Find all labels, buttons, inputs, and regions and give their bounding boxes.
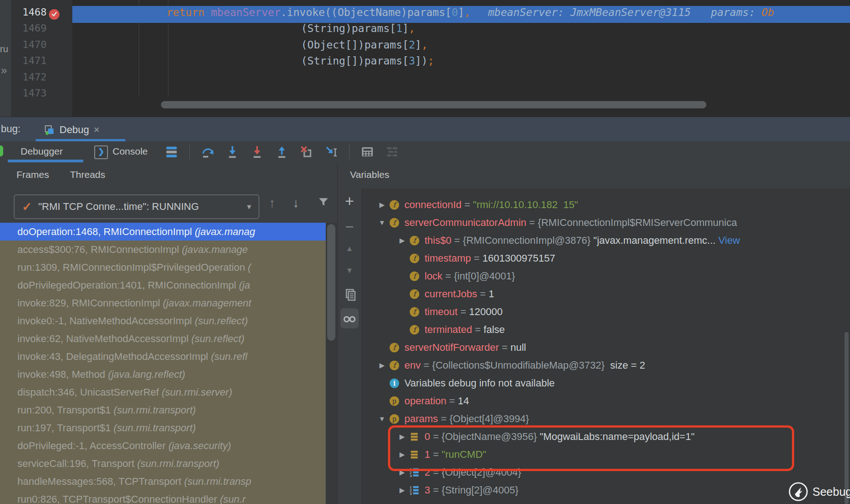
equals-sign: = [452, 235, 463, 247]
variable-row[interactable]: fcurrentJobs = 1 [361, 285, 850, 303]
variable-row[interactable]: iVariables debug info not available [361, 374, 850, 392]
remove-watch-icon[interactable]: − [338, 219, 361, 236]
stack-frame-row[interactable]: invoke:62, NativeMethodAccessorImpl (sun… [0, 330, 326, 348]
stack-frame-row[interactable]: doOperation:1468, RMIConnectionImpl (jav… [0, 223, 326, 241]
variable-name: params [404, 413, 438, 425]
stack-frame-row[interactable]: invoke0:-1, NativeMethodAccessorImpl (su… [0, 312, 326, 330]
breakpoint-icon[interactable] [48, 8, 60, 21]
step-over-icon[interactable] [201, 145, 215, 159]
variable-name: timestamp [425, 252, 471, 264]
tab-frames[interactable]: Frames [16, 169, 49, 180]
line-number: 1467 [16, 0, 47, 6]
chevron-expanded-icon[interactable]: ▼ [375, 415, 389, 423]
stack-frame-row[interactable]: invoke:43, DelegatingMethodAccessorImpl … [0, 348, 326, 365]
field-icon: f [409, 235, 420, 246]
evaluate-expression-icon[interactable] [360, 145, 374, 159]
frames-scrollbar-thumb[interactable] [327, 224, 335, 341]
editor-horizontal-scrollbar[interactable] [161, 101, 706, 108]
chevron-expanded-icon[interactable]: ▼ [375, 219, 389, 226]
code-token: , [421, 39, 428, 51]
chevron-collapsed-icon[interactable]: ▶ [395, 236, 409, 245]
run-to-cursor-icon[interactable] [324, 145, 338, 159]
variable-row[interactable]: fterminated = false [361, 321, 850, 338]
tab-threads[interactable]: Threads [70, 169, 105, 180]
chevron-collapsed-icon[interactable]: ▶ [395, 486, 409, 494]
seebug-watermark: Seebug [788, 481, 850, 502]
tab-debug[interactable]: Debug × [44, 121, 100, 139]
variables-scrollbar-thumb[interactable] [845, 332, 849, 504]
equals-sign: = [420, 359, 432, 371]
stack-frame-row[interactable]: invoke:829, RMIConnectionImpl (javax.man… [0, 294, 326, 312]
add-watch-icon[interactable]: + [338, 192, 361, 210]
variable-value: 120000 [469, 306, 502, 318]
view-options-icon[interactable] [165, 145, 178, 159]
force-step-into-icon[interactable] [250, 145, 264, 159]
tab-console[interactable]: Console [113, 146, 148, 157]
layout-settings-icon[interactable] [385, 145, 399, 159]
variable-row[interactable]: flock = {int[0]@4001} [361, 267, 850, 285]
stack-frame-row[interactable]: run:197, Transport$1 (sun.rmi.transport) [0, 419, 326, 437]
stack-frame-row[interactable]: run0:826, TCPTransport$ConnectionHandler… [0, 490, 326, 504]
frame-package: (ja [239, 279, 250, 291]
variable-value: 1 [489, 288, 494, 300]
stack-frame-row[interactable]: serviceCall:196, Transport (sun.rmi.tran… [0, 455, 326, 472]
variable-row[interactable]: ftimeout = 120000 [361, 303, 850, 321]
close-icon[interactable]: × [94, 124, 100, 136]
toolwindow-title-fragment: bug: [1, 123, 21, 135]
stack-frame-row[interactable]: handleMessages:568, TCPTransport (sun.rm… [0, 472, 326, 490]
frame-up-icon[interactable]: ↑ [269, 196, 275, 210]
variable-row[interactable]: ▼fserverCommunicatorAdmin = {RMIConnecti… [361, 214, 850, 231]
variable-row[interactable]: ▶fenv = {Collections$UnmodifiableMap@373… [361, 356, 850, 374]
frame-location: doOperation:1468, RMIConnectionImpl [17, 226, 195, 237]
stack-frame-row[interactable]: dispatch:346, UnicastServerRef (sun.rmi.… [0, 383, 326, 401]
drop-frame-icon[interactable] [300, 145, 313, 159]
step-into-icon[interactable] [226, 145, 239, 159]
frame-package: (sun.rmi.transport) [137, 458, 220, 469]
move-down-icon[interactable]: ▼ [338, 266, 361, 275]
code-token: 3 [409, 55, 415, 67]
chevron-collapsed-icon[interactable]: ▶ [375, 201, 389, 209]
frame-package: (javax.manage [182, 244, 248, 255]
frame-package: ( [248, 262, 251, 273]
variable-value: 14 [458, 395, 469, 407]
variable-row[interactable]: ▶fconnectionId = "rmi://10.10.10.182 15" [361, 196, 850, 214]
code-token: (String[])params[ [301, 55, 409, 67]
stack-frame-row[interactable]: run:200, Transport$1 (sun.rmi.transport) [0, 401, 326, 419]
line-number: 1471 [16, 55, 47, 71]
inline-debug-hint: mbeanServer: JmxMBeanServer@3115 [488, 6, 691, 18]
info-icon: i [389, 378, 400, 389]
frame-down-icon[interactable]: ↓ [293, 196, 299, 210]
frame-package: (sun.rmi.transport) [113, 422, 196, 434]
filter-frames-icon[interactable] [317, 196, 329, 208]
copy-value-icon[interactable] [338, 288, 361, 304]
variable-row[interactable]: poperation = 14 [361, 392, 850, 410]
stack-frame-row[interactable]: doPrivilegedOperation:1401, RMIConnectio… [0, 276, 326, 294]
variable-row[interactable]: ftimestamp = 1601300975157 [361, 249, 850, 267]
stack-frame-row[interactable]: run:1309, RMIConnectionImpl$PrivilegedOp… [0, 258, 326, 276]
stack-frame-row[interactable]: access$300:76, RMIConnectionImpl (javax.… [0, 241, 326, 258]
show-watches-button[interactable] [340, 308, 359, 328]
move-up-icon[interactable]: ▲ [338, 244, 361, 253]
variable-row[interactable]: fserverNotifForwarder = null [361, 338, 850, 356]
parameter-icon: p [389, 413, 400, 424]
debugger-window: case INVOKE:return mbeanServer.invoke((O… [0, 0, 850, 504]
debug-toolbar: Debugger ❯ Console [0, 141, 850, 163]
thread-selector[interactable]: ✓ "RMI TCP Conne...time": RUNNING ▾ [14, 194, 259, 219]
variable-value: {String[2]@4005} [441, 484, 518, 496]
step-out-icon[interactable] [275, 145, 289, 159]
frames-scrollbar-track[interactable] [326, 223, 337, 504]
tab-debugger[interactable]: Debugger [21, 146, 63, 157]
view-link[interactable]: View [716, 235, 740, 247]
equals-sign: = [438, 413, 449, 425]
code-line: (Object[])params[2], [301, 39, 428, 55]
chevron-collapsed-icon[interactable]: ▶ [375, 361, 389, 370]
variable-row[interactable]: ▶1233 = {String[2]@4005} [361, 481, 850, 499]
line-number: 1468 [16, 6, 47, 23]
toolbar-separator [189, 144, 190, 160]
variable-row[interactable]: ▶fthis$0 = {RMIConnectionImpl@3876} "jav… [361, 231, 850, 249]
resume-button-fragment [0, 145, 3, 156]
stack-frame-row[interactable]: doPrivileged:-1, AccessController (java.… [0, 437, 326, 455]
frame-location: run:200, Transport$1 [17, 404, 113, 416]
frame-location: invoke:498, Method [17, 369, 108, 380]
stack-frame-row[interactable]: invoke:498, Method (java.lang.reflect) [0, 365, 326, 383]
